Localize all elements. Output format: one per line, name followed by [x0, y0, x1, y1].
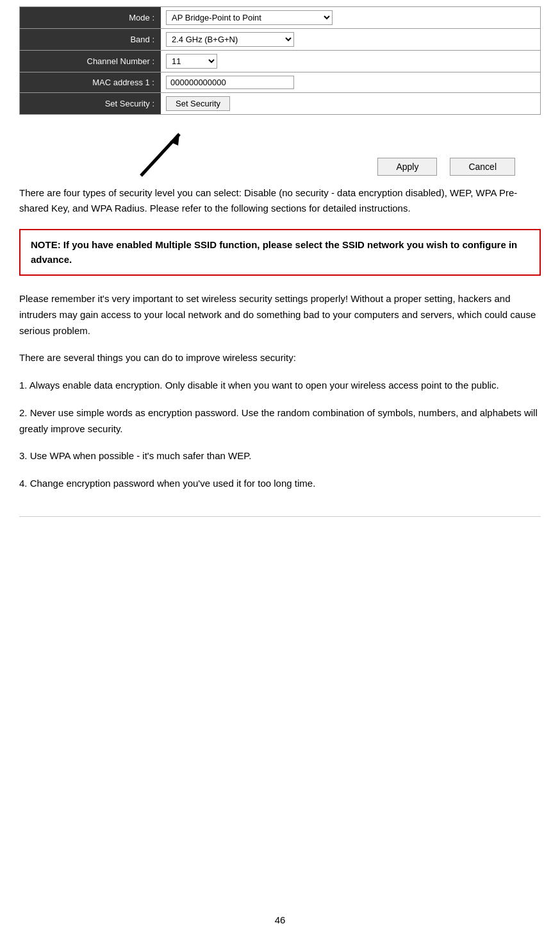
page-number: 46 — [275, 895, 286, 925]
arrow-icon — [135, 128, 192, 179]
mode-label: Mode : — [20, 7, 161, 28]
note-box: NOTE: If you have enabled Multiple SSID … — [19, 229, 541, 276]
body-para-5: 3. Use WPA when possible - it's much saf… — [19, 448, 541, 464]
mac-label: MAC address 1 : — [20, 72, 161, 92]
band-row: Band : 2.4 GHz (B+G+N) — [20, 29, 540, 51]
cancel-button[interactable]: Cancel — [450, 158, 515, 176]
body-para-6: 4. Change encryption password when you'v… — [19, 476, 541, 492]
action-buttons: Apply Cancel — [377, 158, 515, 176]
apply-button[interactable]: Apply — [377, 158, 437, 176]
mode-value-cell: AP Bridge-Point to Point — [161, 7, 540, 28]
set-security-button[interactable]: Set Security — [166, 96, 230, 111]
note-text: NOTE: If you have enabled Multiple SSID … — [31, 238, 529, 267]
set-security-value-cell: Set Security — [161, 93, 540, 114]
band-label: Band : — [20, 29, 161, 50]
set-security-row: Set Security : Set Security — [20, 93, 540, 114]
mac-input[interactable] — [166, 76, 294, 89]
band-select[interactable]: 2.4 GHz (B+G+N) — [166, 32, 294, 47]
channel-select[interactable]: 11 — [166, 54, 217, 69]
description-text: There are four types of security level y… — [19, 185, 541, 216]
body-para-3: 1. Always enable data encryption. Only d… — [19, 378, 541, 394]
channel-row: Channel Number : 11 — [20, 51, 540, 72]
bottom-divider — [19, 516, 541, 517]
body-para-4: 2. Never use simple words as encryption … — [19, 405, 541, 437]
channel-label: Channel Number : — [20, 51, 161, 72]
mode-select[interactable]: AP Bridge-Point to Point — [166, 10, 333, 25]
mac-row: MAC address 1 : — [20, 72, 540, 93]
body-para-1: Please remember it's very important to s… — [19, 291, 541, 339]
arrow-area: Apply Cancel — [19, 128, 541, 185]
mac-value-cell — [161, 72, 540, 92]
settings-form: Mode : AP Bridge-Point to Point Band : 2… — [19, 6, 541, 115]
set-security-label: Set Security : — [20, 93, 161, 114]
band-value-cell: 2.4 GHz (B+G+N) — [161, 29, 540, 50]
channel-value-cell: 11 — [161, 51, 540, 72]
mode-row: Mode : AP Bridge-Point to Point — [20, 7, 540, 29]
body-para-2: There are several things you can do to i… — [19, 350, 541, 366]
